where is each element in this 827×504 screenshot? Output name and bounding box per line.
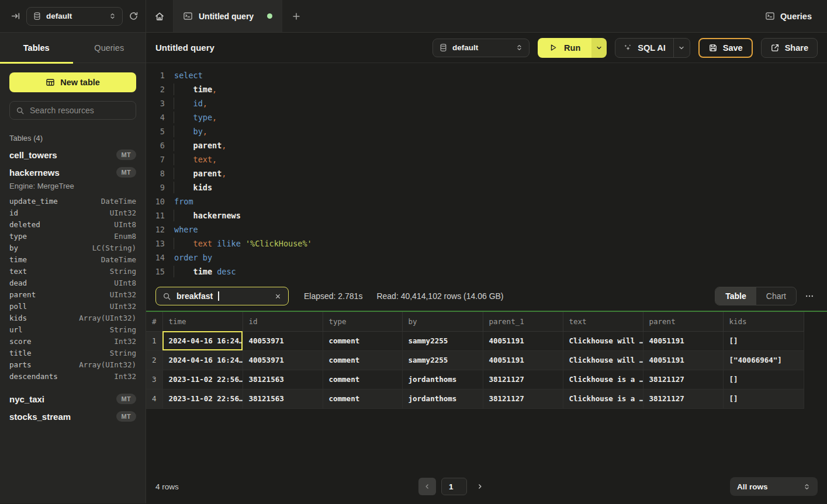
code-line[interactable]: 14order by — [146, 251, 827, 265]
sidebar-table-item[interactable]: hackernewsMT — [0, 164, 146, 181]
sidebar-table-item[interactable]: stocks_streamMT — [0, 408, 146, 425]
result-cell[interactable]: [] — [723, 370, 804, 389]
tables-section-label: Tables (4) — [9, 134, 136, 142]
code-token: type — [193, 113, 213, 122]
result-cell[interactable]: sammy2255 — [402, 350, 483, 370]
result-cell[interactable]: 38121127 — [643, 389, 723, 408]
result-cell[interactable]: jordanthoms — [402, 389, 483, 408]
result-header-cell[interactable]: id — [243, 312, 323, 331]
queries-button[interactable]: Queries — [765, 0, 827, 32]
result-cell[interactable]: 38121563 — [243, 370, 323, 389]
database-icon — [439, 43, 448, 52]
code-line[interactable]: 12where — [146, 223, 827, 237]
code-line[interactable]: 13 text ilike '%ClickHouse%' — [146, 237, 827, 251]
new-table-button[interactable]: New table — [9, 72, 136, 92]
code-line[interactable]: 9 kids — [146, 180, 827, 194]
result-header-cell[interactable]: type — [323, 312, 402, 331]
result-cell[interactable]: comment — [323, 370, 402, 389]
code-line[interactable]: 10from — [146, 194, 827, 208]
page-size-selector[interactable]: All rows — [730, 477, 818, 496]
results-more-options-icon[interactable] — [802, 289, 816, 303]
result-cell[interactable]: comment — [323, 331, 402, 350]
result-cell[interactable]: 40051191 — [643, 331, 723, 350]
run-options-button[interactable] — [591, 38, 607, 58]
sidebar-table-item[interactable]: nyc_taxiMT — [0, 390, 146, 408]
result-cell[interactable]: [] — [723, 389, 804, 408]
result-row: 32023-11-02 22:56…38121563commentjordant… — [146, 370, 804, 389]
database-selector[interactable]: default — [26, 7, 123, 26]
code-line[interactable]: 8 parent, — [146, 166, 827, 180]
sidebar-table-item[interactable]: cell_towersMT — [0, 146, 146, 164]
next-page-button[interactable] — [472, 478, 487, 495]
result-header-cell[interactable]: # — [146, 312, 162, 331]
result-cell[interactable]: comment — [323, 389, 402, 408]
result-cell[interactable]: 40051191 — [483, 331, 563, 350]
clear-filter-icon[interactable] — [274, 293, 282, 300]
home-tab[interactable] — [146, 0, 174, 32]
result-cell[interactable]: Clickhouse is a … — [563, 370, 643, 389]
result-cell[interactable]: 40051191 — [643, 350, 723, 370]
result-cell[interactable]: jordanthoms — [402, 370, 483, 389]
tab-untitled-query[interactable]: Untitled query — [174, 0, 282, 32]
result-header-cell[interactable]: time — [162, 312, 243, 331]
result-row-number: 3 — [146, 370, 162, 389]
result-cell[interactable]: [] — [723, 331, 804, 350]
result-cell[interactable]: 38121127 — [643, 370, 723, 389]
result-cell[interactable]: 2023-11-02 22:56… — [162, 389, 243, 408]
result-cell[interactable]: comment — [323, 350, 402, 370]
result-cell[interactable]: 38121127 — [483, 389, 563, 408]
previous-page-button[interactable] — [418, 478, 436, 495]
code-line[interactable]: 6 parent, — [146, 138, 827, 152]
collapse-sidebar-icon[interactable] — [11, 11, 20, 21]
result-cell[interactable]: 2024-04-16 16:24… — [162, 331, 243, 350]
code-line[interactable]: 2 time, — [146, 82, 827, 96]
result-header-cell[interactable]: parent_1 — [483, 312, 563, 331]
result-cell[interactable]: 40053971 — [243, 331, 323, 350]
terminal-icon — [183, 11, 193, 21]
result-cell[interactable]: ["40066964"] — [723, 350, 804, 370]
sql-ai-label: SQL AI — [638, 43, 666, 53]
query-database-selector[interactable]: default — [432, 39, 530, 57]
code-line[interactable]: 7 text, — [146, 152, 827, 166]
sidebar-tab-queries[interactable]: Queries — [73, 33, 146, 62]
share-button[interactable]: Share — [761, 38, 818, 58]
result-header-cell[interactable]: parent — [643, 312, 723, 331]
result-cell[interactable]: 40051191 — [483, 350, 563, 370]
search-resources-input[interactable]: Search resources — [9, 101, 136, 120]
sidebar-tab-tables[interactable]: Tables — [0, 33, 73, 62]
column-name: kids — [9, 314, 27, 322]
result-header-cell[interactable]: by — [402, 312, 483, 331]
result-header-cell[interactable]: text — [563, 312, 643, 331]
result-header-cell[interactable]: kids — [723, 312, 804, 331]
code-line[interactable]: 1select — [146, 68, 827, 82]
result-cell[interactable]: sammy2255 — [402, 331, 483, 350]
result-cell[interactable]: 2023-11-02 22:56… — [162, 370, 243, 389]
sql-ai-options-button[interactable] — [673, 39, 690, 57]
refresh-icon[interactable] — [129, 11, 139, 21]
sql-ai-button[interactable]: SQL AI — [615, 43, 673, 53]
table-column-row: update_timeDateTime — [0, 195, 146, 207]
code-token: select — [174, 71, 203, 80]
results-filter-input[interactable]: breakfast — [155, 287, 289, 305]
result-cell[interactable]: Clickhouse will … — [563, 331, 643, 350]
current-page[interactable]: 1 — [441, 478, 467, 495]
sql-editor[interactable]: 1select2 time,3 id,4 type,5 by,6 parent,… — [146, 63, 827, 281]
code-line[interactable]: 15 time desc — [146, 265, 827, 279]
code-line[interactable]: 11 hackernews — [146, 208, 827, 223]
view-toggle-chart[interactable]: Chart — [756, 287, 796, 305]
result-cell[interactable]: 38121563 — [243, 389, 323, 408]
result-cell[interactable]: Clickhouse will … — [563, 350, 643, 370]
view-toggle-table[interactable]: Table — [715, 287, 756, 305]
code-token: '%ClickHouse%' — [245, 239, 312, 248]
result-cell[interactable]: 2024-04-16 16:24… — [162, 350, 243, 370]
database-selector-value: default — [46, 12, 104, 20]
code-line[interactable]: 3 id, — [146, 96, 827, 110]
code-line[interactable]: 4 type, — [146, 110, 827, 124]
result-cell[interactable]: 40053971 — [243, 350, 323, 370]
run-button[interactable]: Run — [538, 38, 591, 58]
result-cell[interactable]: 38121127 — [483, 370, 563, 389]
new-tab-button[interactable] — [282, 0, 310, 32]
save-button[interactable]: Save — [698, 38, 753, 58]
result-cell[interactable]: Clickhouse is a … — [563, 389, 643, 408]
code-line[interactable]: 5 by, — [146, 124, 827, 138]
